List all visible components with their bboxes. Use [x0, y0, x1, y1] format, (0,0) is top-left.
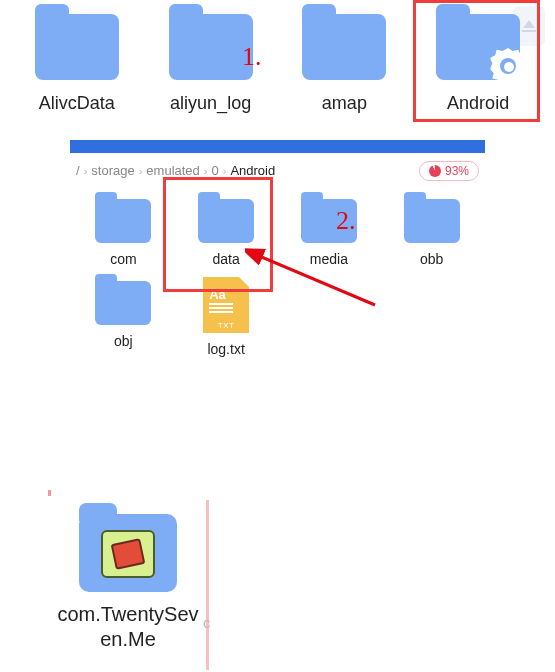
- breadcrumb-part[interactable]: storage: [91, 163, 134, 178]
- folder-label: amap: [322, 92, 367, 115]
- folder-icon: [95, 199, 151, 243]
- bottom-folder-panel: com.TwentySeven.Me: [48, 496, 208, 672]
- folder-icon: [404, 199, 460, 243]
- folder-label: obj: [114, 333, 133, 349]
- folder-label: Android: [447, 92, 509, 115]
- folder-item-data[interactable]: data: [175, 191, 278, 273]
- app-icon: [101, 530, 155, 578]
- folder-item-alivcdata[interactable]: AlivcData: [12, 10, 142, 115]
- folder-label: data: [213, 251, 240, 267]
- folder-item-obj[interactable]: obj: [72, 273, 175, 363]
- folder-icon: [436, 14, 520, 80]
- folder-label: com: [110, 251, 136, 267]
- breadcrumb-part[interactable]: emulated: [146, 163, 199, 178]
- file-browser-panel: / › storage › emulated › 0 › Android 93%…: [70, 140, 485, 373]
- file-item-log-txt[interactable]: Aa TXT log.txt: [175, 273, 278, 363]
- folder-label: aliyun_log: [170, 92, 251, 115]
- folder-icon: [169, 14, 253, 80]
- folder-label: AlivcData: [39, 92, 115, 115]
- chevron-right-icon: ›: [84, 165, 88, 177]
- usage-percent: 93%: [445, 164, 469, 178]
- chevron-right-icon: ›: [223, 165, 227, 177]
- annotation-step-1: 1.: [242, 42, 262, 72]
- chevron-right-icon: ›: [204, 165, 208, 177]
- folder-icon: [35, 14, 119, 80]
- folder-icon: [95, 281, 151, 325]
- text-file-icon: Aa TXT: [203, 277, 249, 333]
- folder-icon: [302, 14, 386, 80]
- folder-item-android[interactable]: Android: [413, 10, 543, 115]
- folder-grid: com data media obb obj Aa TXT log.txt: [70, 185, 485, 373]
- breadcrumb: / › storage › emulated › 0 › Android 93%: [70, 153, 485, 185]
- annotation-vline-right: [206, 500, 209, 670]
- chevron-right-icon: ›: [139, 165, 143, 177]
- breadcrumb-root[interactable]: /: [76, 163, 80, 178]
- folder-item-com[interactable]: com: [72, 191, 175, 273]
- folder-item-obb[interactable]: obb: [380, 191, 483, 273]
- title-bar: [70, 140, 485, 153]
- pie-icon: [429, 165, 441, 177]
- annotation-step-2: 2.: [336, 206, 356, 236]
- storage-usage-badge[interactable]: 93%: [419, 161, 479, 181]
- aa-glyph: Aa: [209, 287, 226, 302]
- folder-icon: [198, 199, 254, 243]
- folder-item-amap[interactable]: amap: [279, 10, 409, 115]
- ext-label: TXT: [203, 321, 249, 330]
- breadcrumb-current: Android: [230, 163, 275, 178]
- folder-label: media: [310, 251, 348, 267]
- folder-item-app[interactable]: [79, 514, 177, 592]
- folder-item-media[interactable]: media: [278, 191, 381, 273]
- folder-label: com.TwentySeven.Me: [48, 602, 208, 652]
- folder-label: obb: [420, 251, 443, 267]
- stray-char: c: [203, 614, 211, 631]
- breadcrumb-part[interactable]: 0: [212, 163, 219, 178]
- top-folder-row: AlivcData aliyun_log amap Android: [0, 0, 555, 115]
- file-label: log.txt: [207, 341, 244, 357]
